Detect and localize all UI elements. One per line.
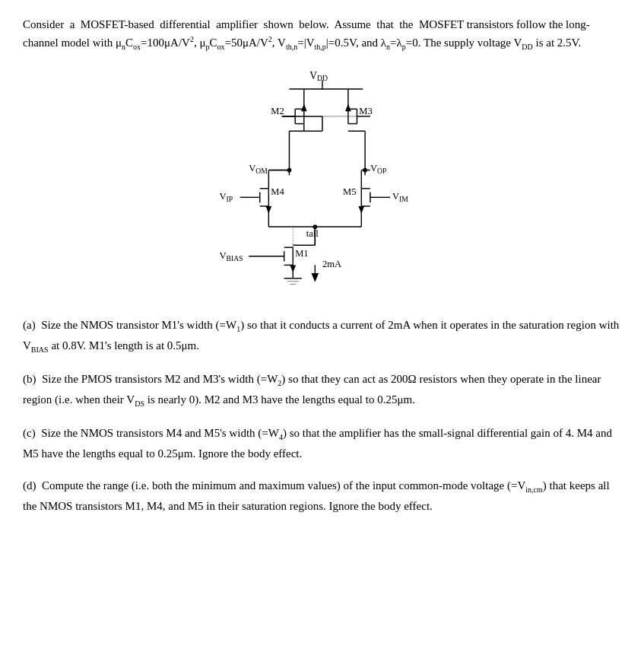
svg-text:VDD: VDD: [309, 70, 328, 83]
intro-paragraph: Consider a MOSFET-based differential amp…: [23, 15, 621, 53]
svg-text:VIP: VIP: [219, 191, 233, 203]
svg-marker-20: [300, 103, 306, 111]
svg-text:VBIAS: VBIAS: [219, 250, 243, 263]
svg-marker-67: [311, 273, 319, 282]
question-b-text: (b) Size the PMOS transistors M2 and M3'…: [23, 370, 621, 410]
svg-text:tail: tail: [306, 228, 319, 239]
svg-marker-21: [345, 103, 351, 111]
question-d-text: (d) Compute the range (i.e. both the min…: [23, 476, 621, 515]
question-a-text: (a) Size the NMOS transistor M1's width …: [23, 316, 621, 356]
svg-marker-74: [358, 206, 364, 214]
question-a: (a) Size the NMOS transistor M1's width …: [23, 316, 621, 356]
question-b: (b) Size the PMOS transistors M2 and M3'…: [23, 370, 621, 410]
svg-marker-75: [290, 265, 296, 272]
question-d: (d) Compute the range (i.e. both the min…: [23, 476, 621, 515]
question-c-text: (c) Size the NMOS transistors M4 and M5'…: [23, 424, 621, 463]
svg-text:M1: M1: [295, 248, 308, 259]
svg-text:VOP: VOP: [370, 163, 385, 175]
svg-text:2mA: 2mA: [322, 259, 341, 269]
question-c: (c) Size the NMOS transistors M4 and M5'…: [23, 424, 621, 463]
svg-text:M5: M5: [343, 186, 356, 197]
circuit-diagram: VDD M2 M3: [23, 68, 621, 297]
svg-marker-73: [265, 206, 271, 214]
questions-section: (a) Size the NMOS transistor M1's width …: [23, 316, 621, 516]
svg-text:M4: M4: [271, 186, 284, 197]
svg-text:M3: M3: [359, 106, 372, 116]
svg-text:VIM: VIM: [392, 191, 408, 203]
svg-text:M2: M2: [271, 106, 284, 116]
svg-text:VOM: VOM: [249, 163, 268, 175]
